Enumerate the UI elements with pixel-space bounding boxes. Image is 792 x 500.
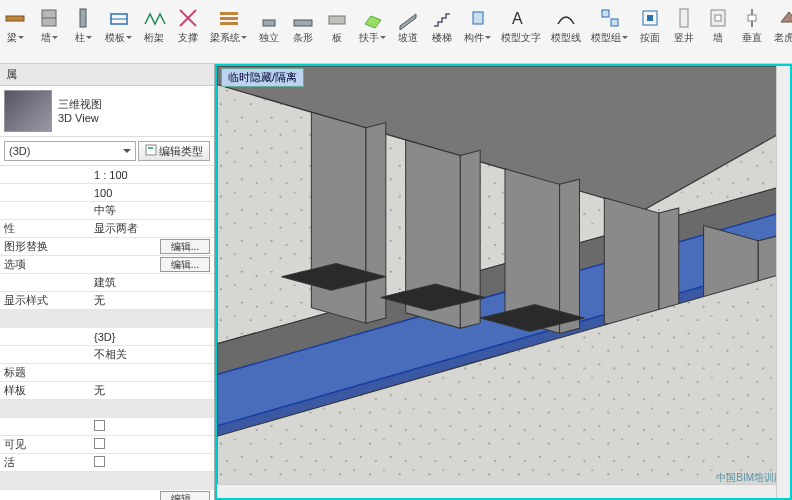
property-value[interactable]: 编辑... — [90, 491, 214, 500]
ribbon-icon: A — [509, 6, 533, 30]
viewport-scrollbar-horizontal[interactable] — [217, 484, 776, 498]
ribbon-柱-button[interactable]: 柱 — [68, 4, 98, 45]
property-row[interactable]: 不相关 — [0, 346, 214, 364]
ribbon-label: 模型文字 — [501, 32, 541, 43]
property-row[interactable]: {3D} — [0, 328, 214, 346]
property-value[interactable] — [90, 420, 214, 433]
ribbon-label: 构件 — [464, 32, 491, 43]
ribbon-老虎窗-button[interactable]: 老虎窗 — [771, 4, 792, 45]
ribbon-label: 条形 — [293, 32, 313, 43]
chevron-down-icon — [123, 149, 131, 153]
ribbon-独立-button[interactable]: 独立 — [254, 4, 284, 45]
type-thumbnail — [4, 90, 52, 132]
ribbon-icon — [291, 6, 315, 30]
property-row[interactable] — [0, 472, 214, 490]
ribbon-icon — [142, 6, 166, 30]
property-value[interactable]: 无 — [90, 383, 214, 398]
checkbox[interactable] — [94, 456, 105, 467]
ribbon-label: 独立 — [259, 32, 279, 43]
property-value[interactable]: 中等 — [90, 203, 214, 218]
property-value[interactable]: 无 — [90, 293, 214, 308]
edit-button[interactable]: 编辑... — [160, 257, 210, 272]
property-row[interactable]: 可见 — [0, 436, 214, 454]
ribbon-label: 模型线 — [551, 32, 581, 43]
ribbon-icon — [217, 6, 241, 30]
property-row[interactable] — [0, 418, 214, 436]
viewport-scrollbar-vertical[interactable] — [776, 66, 790, 498]
ribbon-墙-button[interactable]: 墙 — [34, 4, 64, 45]
property-row[interactable] — [0, 400, 214, 418]
instance-filter-combo[interactable]: (3D) — [4, 141, 136, 161]
property-row[interactable]: 选项编辑... — [0, 256, 214, 274]
property-value[interactable]: 编辑... — [90, 239, 214, 254]
type-selector[interactable]: 三维视图 3D View — [0, 86, 214, 137]
ribbon-梁-button[interactable]: 梁 — [0, 4, 30, 45]
property-row[interactable]: 性显示两者 — [0, 220, 214, 238]
ribbon-label: 模板 — [105, 32, 132, 43]
edit-type-button[interactable]: 编辑类型 — [138, 141, 210, 161]
properties-tab[interactable]: 属 — [0, 64, 214, 86]
property-value[interactable]: 显示两者 — [90, 221, 214, 236]
ribbon-icon — [361, 6, 385, 30]
ribbon-icon — [37, 6, 61, 30]
ribbon-按面-button[interactable]: 按面 — [635, 4, 665, 45]
property-row[interactable]: 标题 — [0, 364, 214, 382]
type-name-line2: 3D View — [58, 111, 210, 125]
property-value[interactable] — [90, 438, 214, 451]
property-row[interactable]: 中等 — [0, 202, 214, 220]
ribbon-构件-button[interactable]: 构件 — [461, 4, 494, 45]
property-value[interactable]: 建筑 — [90, 275, 214, 290]
property-row[interactable] — [0, 310, 214, 328]
3d-viewport[interactable]: 临时隐藏/隔离 — [215, 64, 792, 500]
ribbon-梁系统-button[interactable]: 梁系统 — [207, 4, 250, 45]
property-value[interactable]: 不相关 — [90, 347, 214, 362]
property-value[interactable] — [90, 456, 214, 469]
edit-button[interactable]: 编辑... — [160, 491, 210, 500]
checkbox[interactable] — [94, 420, 105, 431]
property-row[interactable]: 建筑 — [0, 274, 214, 292]
ribbon-模型组-button[interactable]: 模型组 — [588, 4, 631, 45]
ribbon-楼梯-button[interactable]: 楼梯 — [427, 4, 457, 45]
ribbon-label: 桁架 — [144, 32, 164, 43]
property-row[interactable]: 样板无 — [0, 382, 214, 400]
edit-type-icon — [145, 144, 157, 158]
property-row[interactable]: 1 : 100 — [0, 166, 214, 184]
ribbon-icon — [554, 6, 578, 30]
ribbon-竖井-button[interactable]: 竖井 — [669, 4, 699, 45]
ribbon-板-button[interactable]: 板 — [322, 4, 352, 45]
ribbon-icon — [706, 6, 730, 30]
temporary-hide-isolate-badge[interactable]: 临时隐藏/隔离 — [221, 68, 304, 87]
checkbox[interactable] — [94, 438, 105, 449]
properties-panel: 属 三维视图 3D View (3D) 编辑类型 1 : 100100中等性显示… — [0, 64, 215, 500]
ribbon-模型线-button[interactable]: 模型线 — [548, 4, 584, 45]
property-row[interactable]: 编辑... — [0, 490, 214, 500]
property-value[interactable]: 100 — [90, 187, 214, 199]
ribbon-条形-button[interactable]: 条形 — [288, 4, 318, 45]
property-value[interactable]: {3D} — [90, 331, 214, 343]
property-label: 样板 — [0, 383, 90, 398]
property-label: 活 — [0, 455, 90, 470]
3d-model-view — [217, 66, 790, 498]
ribbon-坡道-button[interactable]: 坡道 — [393, 4, 423, 45]
properties-grid[interactable]: 1 : 100100中等性显示两者图形替换编辑...选项编辑...建筑显示样式无… — [0, 166, 214, 500]
property-row[interactable]: 100 — [0, 184, 214, 202]
property-value[interactable]: 1 : 100 — [90, 169, 214, 181]
property-row[interactable]: 显示样式无 — [0, 292, 214, 310]
ribbon-label: 坡道 — [398, 32, 418, 43]
ribbon-模板-button[interactable]: 模板 — [102, 4, 135, 45]
type-name-line1: 三维视图 — [58, 97, 210, 111]
svg-marker-61 — [366, 123, 386, 324]
property-row[interactable]: 图形替换编辑... — [0, 238, 214, 256]
ribbon-模型文字-button[interactable]: A模型文字 — [498, 4, 544, 45]
property-value[interactable]: 编辑... — [90, 257, 214, 272]
property-label: 可见 — [0, 437, 90, 452]
ribbon-墙-button[interactable]: 墙 — [703, 4, 733, 45]
edit-button[interactable]: 编辑... — [160, 239, 210, 254]
property-row[interactable]: 活 — [0, 454, 214, 472]
ribbon-支撑-button[interactable]: 支撑 — [173, 4, 203, 45]
ribbon-垂直-button[interactable]: 垂直 — [737, 4, 767, 45]
svg-rect-13 — [329, 16, 345, 24]
ribbon-扶手-button[interactable]: 扶手 — [356, 4, 389, 45]
ribbon-icon — [598, 6, 622, 30]
ribbon-桁架-button[interactable]: 桁架 — [139, 4, 169, 45]
